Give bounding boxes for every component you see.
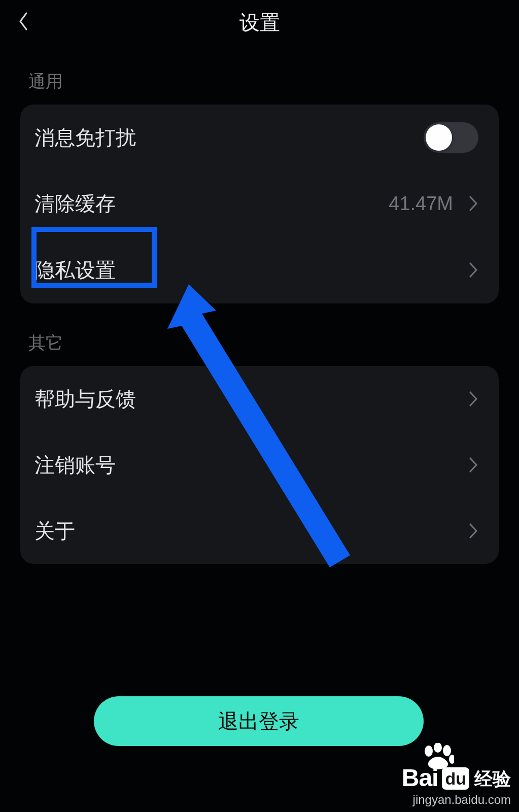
watermark-brand-left: Bai bbox=[402, 764, 438, 792]
row-deactivate-account[interactable]: 注销账号 bbox=[20, 432, 499, 498]
toggle-knob bbox=[426, 124, 452, 151]
row-label-privacy: 隐私设置 bbox=[34, 256, 116, 284]
logout-button[interactable]: 退出登录 bbox=[94, 696, 424, 746]
row-right bbox=[468, 390, 478, 408]
svg-point-4 bbox=[449, 755, 454, 764]
row-right bbox=[468, 456, 478, 473]
watermark-url: jingyan.baidu.com bbox=[402, 793, 511, 807]
chevron-left-icon bbox=[17, 11, 29, 33]
row-label-cache: 清除缓存 bbox=[34, 190, 116, 218]
svg-point-1 bbox=[425, 746, 433, 757]
row-right: 41.47M bbox=[389, 193, 478, 215]
row-label-deactivate: 注销账号 bbox=[34, 451, 116, 479]
svg-point-3 bbox=[443, 745, 451, 756]
watermark-brand-right: 经验 bbox=[474, 767, 511, 792]
toggle-dnd[interactable] bbox=[424, 122, 478, 153]
svg-point-2 bbox=[434, 743, 442, 753]
row-right bbox=[468, 261, 478, 279]
row-label-help: 帮助与反馈 bbox=[34, 385, 136, 413]
watermark-brand-box: du bbox=[442, 767, 469, 790]
row-privacy-settings[interactable]: 隐私设置 bbox=[20, 236, 499, 303]
chevron-right-icon bbox=[468, 522, 478, 539]
cache-size-value: 41.47M bbox=[389, 193, 453, 215]
logout-label: 退出登录 bbox=[218, 707, 299, 735]
chevron-right-icon bbox=[468, 261, 478, 279]
chevron-right-icon bbox=[468, 195, 478, 212]
row-about[interactable]: 关于 bbox=[20, 498, 499, 564]
watermark: Baidu 经验 jingyan.baidu.com bbox=[402, 764, 511, 807]
row-clear-cache[interactable]: 清除缓存 41.47M bbox=[20, 171, 499, 236]
row-label-about: 关于 bbox=[34, 517, 75, 545]
back-button[interactable] bbox=[12, 11, 34, 33]
row-label-dnd: 消息免打扰 bbox=[34, 124, 136, 152]
chevron-right-icon bbox=[468, 456, 478, 473]
section-label-general: 通用 bbox=[0, 45, 519, 105]
header: 设置 bbox=[0, 0, 519, 45]
chevron-right-icon bbox=[468, 390, 478, 408]
row-help-feedback[interactable]: 帮助与反馈 bbox=[20, 366, 499, 432]
card-general: 消息免打扰 清除缓存 41.47M 隐私设置 bbox=[20, 105, 499, 303]
section-label-other: 其它 bbox=[0, 303, 519, 366]
row-right bbox=[468, 522, 478, 539]
page-title: 设置 bbox=[0, 9, 519, 37]
card-other: 帮助与反馈 注销账号 关于 bbox=[20, 366, 499, 564]
row-dnd[interactable]: 消息免打扰 bbox=[20, 105, 499, 171]
